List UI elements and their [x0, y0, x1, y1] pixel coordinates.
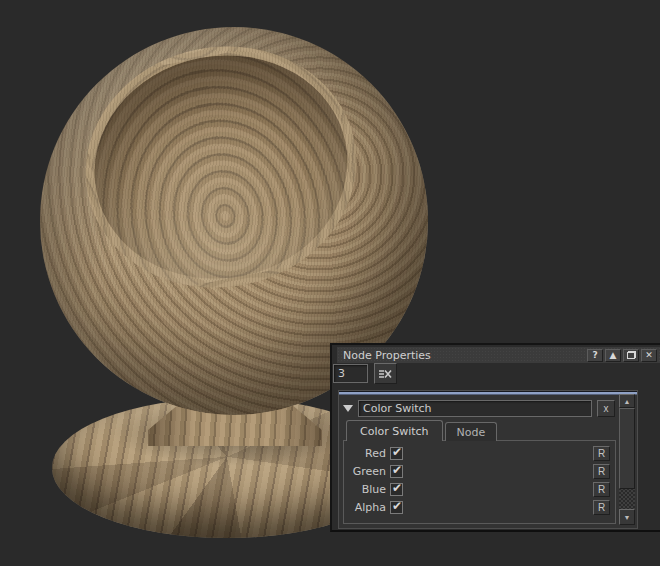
clear-all-panels-button[interactable]: [374, 363, 397, 384]
node-header: x: [343, 399, 615, 417]
tab-color-switch[interactable]: Color Switch: [346, 420, 443, 441]
max-panels-input[interactable]: [333, 364, 368, 383]
panel-title: Node Properties: [337, 349, 431, 362]
channel-row-alpha: Alpha ✔ R: [344, 498, 615, 516]
checkmark-icon: ✔: [392, 447, 402, 457]
channel-label: Alpha: [344, 501, 386, 514]
collapse-triangle-icon[interactable]: [343, 405, 353, 412]
channel-row-green: Green ✔ R: [344, 462, 615, 480]
red-reset-button[interactable]: R: [593, 446, 610, 461]
scrollbar-thumb[interactable]: [619, 408, 635, 489]
green-reset-button[interactable]: R: [593, 464, 610, 479]
restore-window-icon[interactable]: [623, 349, 639, 362]
blue-checkbox[interactable]: ✔: [390, 483, 403, 496]
tab-node[interactable]: Node: [445, 422, 498, 441]
checkmark-icon: ✔: [392, 465, 402, 475]
blue-reset-button[interactable]: R: [593, 482, 610, 497]
checkmark-icon: ✔: [392, 501, 402, 511]
float-panel-icon[interactable]: ▲: [605, 349, 621, 362]
tab-bar: Color Switch Node: [346, 420, 497, 441]
channel-label: Green: [344, 465, 386, 478]
node-panel-group: x Color Switch Node Red ✔ R Green ✔ R Bl…: [338, 390, 638, 529]
red-checkbox[interactable]: ✔: [390, 447, 403, 460]
green-checkbox[interactable]: ✔: [390, 465, 403, 478]
properties-scrollbar: ▲ ▼: [619, 394, 635, 525]
scrollbar-track[interactable]: [619, 408, 635, 509]
clear-panels-icon: [379, 369, 392, 379]
checkmark-icon: ✔: [392, 483, 402, 493]
titlebar-icon-group: ? ▲ ✕: [587, 349, 660, 362]
channel-row-red: Red ✔ R: [344, 444, 615, 462]
tab-content: Red ✔ R Green ✔ R Blue ✔ R Alpha ✔ R: [343, 440, 616, 524]
scroll-down-icon[interactable]: ▼: [619, 509, 635, 525]
panel-titlebar[interactable]: Node Properties ? ▲ ✕: [337, 347, 660, 363]
channel-label: Red: [344, 447, 386, 460]
channel-row-blue: Blue ✔ R: [344, 480, 615, 498]
channel-label: Blue: [344, 483, 386, 496]
restore-glyph: [627, 351, 636, 359]
node-name-input[interactable]: [358, 400, 592, 417]
alpha-reset-button[interactable]: R: [593, 500, 610, 515]
help-icon[interactable]: ?: [587, 349, 603, 362]
alpha-checkbox[interactable]: ✔: [390, 501, 403, 514]
shader-ball-scoop: [65, 27, 378, 311]
node-properties-panel: Node Properties ? ▲ ✕ x Color Switch Nod…: [330, 343, 660, 532]
close-panel-icon[interactable]: ✕: [641, 349, 657, 362]
close-node-button[interactable]: x: [597, 400, 615, 417]
scroll-up-icon[interactable]: ▲: [619, 394, 635, 408]
focus-indicator-line: [339, 391, 637, 395]
